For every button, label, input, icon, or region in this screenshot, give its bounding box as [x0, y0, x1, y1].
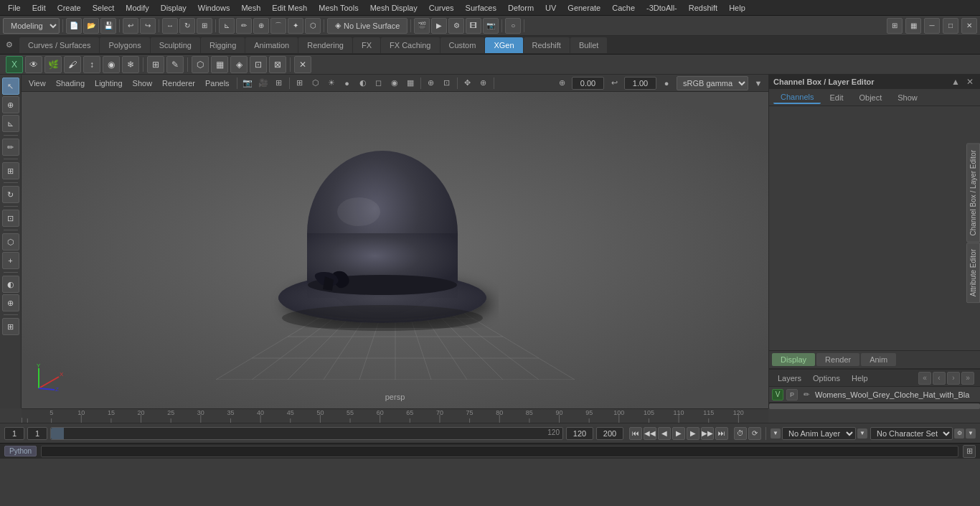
anim-layer-icon[interactable]: ▼: [771, 428, 781, 439]
snap-to-grid-button[interactable]: ⊕: [253, 18, 269, 34]
tab-redshift[interactable]: Redshift: [524, 37, 570, 53]
vp-crease-icon[interactable]: ⊕: [555, 76, 569, 90]
dra-tab-display[interactable]: Display: [772, 353, 815, 366]
vp-texture-icon[interactable]: ▦: [403, 76, 418, 90]
menu-surfaces[interactable]: Surfaces: [461, 2, 501, 14]
shape-button[interactable]: ⬡: [2, 233, 19, 250]
right-panel-icon-1[interactable]: ▲: [950, 76, 961, 88]
xgen-col5-button[interactable]: ⊠: [269, 56, 286, 73]
render-cam-button[interactable]: 📷: [483, 18, 499, 34]
snap-to-curve-button[interactable]: ⌒: [270, 18, 286, 34]
timeline-bar[interactable]: 120: [50, 427, 563, 440]
vp-menu-panels[interactable]: Panels: [201, 78, 234, 89]
play-button[interactable]: ▶: [672, 427, 685, 440]
redo-button[interactable]: ↪: [140, 18, 156, 34]
menu-modify[interactable]: Modify: [121, 2, 154, 14]
ipr-render-button[interactable]: ▶: [431, 18, 447, 34]
layer-icon-2[interactable]: ‹: [933, 372, 946, 385]
vp-menu-renderer[interactable]: Renderer: [158, 78, 199, 89]
rotate-button[interactable]: ↻: [179, 18, 195, 34]
layer-icon-4[interactable]: »: [961, 372, 974, 385]
select-by-lasso-button[interactable]: ⊾: [219, 18, 235, 34]
tab-rigging[interactable]: Rigging: [201, 37, 245, 53]
menu-redshift[interactable]: Redshift: [684, 2, 722, 14]
tab-animation[interactable]: Animation: [245, 37, 298, 53]
next-frame-button[interactable]: ▶: [687, 427, 699, 440]
script-editor-button[interactable]: ⊞: [963, 445, 976, 458]
menu-edit[interactable]: Edit: [27, 2, 51, 14]
mirror-button[interactable]: ⊞: [2, 162, 19, 179]
vp-uv-icon[interactable]: ⬡: [308, 76, 323, 90]
cb-tab-show[interactable]: Show: [890, 92, 925, 103]
char-set-select[interactable]: No Character Set: [870, 427, 953, 440]
xgen-xg-button[interactable]: X: [6, 56, 23, 73]
python-tab[interactable]: Python: [4, 446, 37, 456]
prev-frame-button[interactable]: ◀: [658, 427, 671, 440]
workspace-select[interactable]: Modeling: [3, 18, 60, 34]
right-panel-scrollbar-thumb[interactable]: [769, 403, 980, 409]
vp-menu-show[interactable]: Show: [128, 78, 157, 89]
transform-tool-button[interactable]: ⊕: [2, 96, 19, 113]
xgen-paint-button[interactable]: 🖌: [64, 56, 81, 73]
menu-curves[interactable]: Curves: [424, 2, 459, 14]
vp-cam-btn3[interactable]: ⊞: [272, 76, 286, 90]
floating-tab-channel-box[interactable]: Channel Box / Layer Editor: [966, 144, 980, 243]
layer-visibility-button[interactable]: V: [772, 389, 783, 400]
xgen-move-tool[interactable]: ↕: [83, 56, 100, 73]
menu-select[interactable]: Select: [88, 2, 120, 14]
vp-isolate-icon[interactable]: ⊕: [424, 76, 438, 90]
live-surface-button[interactable]: ◈ No Live Surface: [327, 18, 407, 34]
layer-p-button[interactable]: P: [786, 389, 798, 400]
tab-bullet[interactable]: Bullet: [570, 37, 608, 53]
render-sequence-button[interactable]: 🎞: [466, 18, 481, 34]
menu-help[interactable]: Help: [724, 2, 750, 14]
snap-to-point-button[interactable]: ✦: [288, 18, 303, 34]
char-set-dropdown-icon[interactable]: ▼: [966, 428, 976, 439]
layer-pencil-icon[interactable]: ✏: [801, 389, 812, 400]
vp-pan-icon[interactable]: ✥: [461, 76, 475, 90]
layers-menu-layers[interactable]: Layers: [775, 373, 804, 384]
dra-tab-anim[interactable]: Anim: [861, 353, 896, 366]
xgen-col1-button[interactable]: ⬡: [192, 56, 209, 73]
view-cube-button[interactable]: ⊞: [2, 318, 19, 335]
python-input[interactable]: [41, 446, 958, 457]
char-set-settings-icon[interactable]: ⚙: [954, 428, 964, 439]
vp-reset-icon[interactable]: ↩: [607, 76, 621, 90]
scale-button[interactable]: ⊞: [197, 18, 212, 34]
xgen-view-button[interactable]: ◉: [103, 56, 120, 73]
paint-button[interactable]: ✏: [2, 139, 19, 156]
new-file-button[interactable]: 📄: [66, 18, 82, 34]
display-settings-button[interactable]: ⊞: [887, 18, 903, 34]
dra-tab-render[interactable]: Render: [816, 353, 859, 366]
vp-grid-icon[interactable]: ⊞: [293, 76, 307, 90]
menu-display[interactable]: Display: [156, 2, 192, 14]
xgen-layer-button[interactable]: ⊞: [147, 56, 164, 73]
vp-xray-icon[interactable]: ⊡: [440, 76, 454, 90]
tab-polygons[interactable]: Polygons: [100, 37, 149, 53]
tab-sculpting[interactable]: Sculpting: [151, 37, 200, 53]
anim-layer-select[interactable]: No Anim Layer: [782, 427, 856, 440]
prev-frame-start-button[interactable]: ⏮: [629, 427, 642, 440]
layer-icon-1[interactable]: «: [918, 372, 931, 385]
playback-speed-button[interactable]: ⏱: [734, 427, 747, 440]
prev-key-button[interactable]: ◀◀: [644, 427, 656, 440]
render-view-button[interactable]: 🎬: [414, 18, 430, 34]
vp-rotation-input[interactable]: [572, 77, 604, 90]
cb-tab-edit[interactable]: Edit: [822, 92, 850, 103]
plus-button[interactable]: +: [2, 252, 19, 269]
xgen-render-button[interactable]: ✕: [294, 56, 311, 73]
tab-fx[interactable]: FX: [353, 37, 380, 53]
vp-ao-icon[interactable]: ◐: [356, 76, 370, 90]
save-file-button[interactable]: 💾: [100, 18, 116, 34]
layers-menu-options[interactable]: Options: [810, 373, 843, 384]
right-panel-scrollbar[interactable]: [769, 403, 980, 408]
floating-tab-attribute-editor[interactable]: Attribute Editor: [966, 243, 980, 303]
xgen-display-button[interactable]: 👁: [25, 56, 42, 73]
display-button[interactable]: ◐: [2, 276, 19, 293]
snap-button[interactable]: ⊕: [2, 294, 19, 311]
minimize-button[interactable]: ─: [924, 18, 940, 34]
lasso-tool-button[interactable]: ⊾: [2, 115, 19, 132]
xgen-col2-button[interactable]: ▦: [211, 56, 228, 73]
vp-cam-btn2[interactable]: 🎥: [256, 76, 270, 90]
tab-xgen[interactable]: XGen: [485, 37, 522, 53]
